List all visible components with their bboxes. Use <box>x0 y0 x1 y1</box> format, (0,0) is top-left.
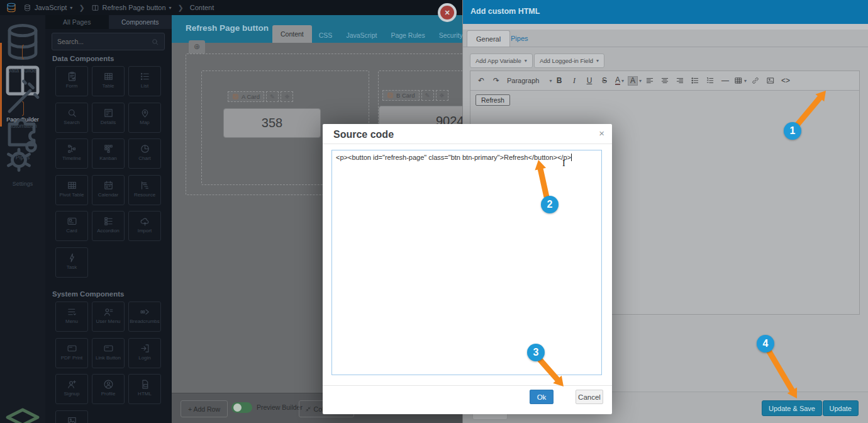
bullet-list-icon[interactable] <box>688 73 702 88</box>
search-input[interactable] <box>52 38 151 45</box>
source-code-textarea[interactable]: <p><button id="refresh-page" class="btn … <box>331 150 602 375</box>
sidebar-item-tadabase[interactable]: Tadabase <box>0 400 45 423</box>
sidebar-item-settings[interactable]: Settings <box>0 133 45 187</box>
annotation-step-1: 1 <box>784 122 801 140</box>
panel-tab-components[interactable]: Components <box>109 15 172 29</box>
card-component-icon <box>232 93 239 100</box>
horizontal-rule-icon[interactable]: — <box>718 73 732 88</box>
refresh-button-preview[interactable]: Refresh <box>476 94 510 106</box>
tadabase-logo-icon[interactable] <box>4 2 18 13</box>
modal-close-icon[interactable]: × <box>599 128 604 138</box>
modal-cancel-button[interactable]: Cancel <box>576 390 603 404</box>
page-title: Refresh Page button <box>186 23 269 33</box>
panel-title: Add custom HTML <box>470 7 540 16</box>
page-tab-content[interactable]: Content <box>272 25 312 43</box>
component-b-label: B Card <box>396 92 415 99</box>
breadcrumb-item-refresh-page-button[interactable]: Refresh Page button▾ <box>91 4 172 12</box>
search-box[interactable] <box>52 33 165 50</box>
link-icon[interactable] <box>748 73 762 88</box>
component-tile-pivot-table[interactable]: Pivot Table <box>55 175 88 205</box>
breadcrumb-separator: ❯ <box>178 4 184 12</box>
component-tile-menu[interactable]: Menu <box>55 302 88 332</box>
close-page-button[interactable]: ✕ <box>438 3 457 22</box>
edit-pencil-icon[interactable]: ✎ <box>421 90 434 101</box>
format-select[interactable]: Paragraph▾ <box>504 73 551 88</box>
component-tile-chart[interactable]: Chart <box>128 138 161 169</box>
align-center-icon[interactable] <box>658 73 672 88</box>
source-code-icon[interactable]: <> <box>779 73 793 88</box>
component-tile-task[interactable]: Task <box>55 247 88 278</box>
settings-gear-icon[interactable] <box>281 91 293 102</box>
breadcrumb-item-content[interactable]: Content <box>190 4 214 11</box>
component-b-handle[interactable]: B Card <box>382 90 420 101</box>
text-color-button[interactable]: A▾ <box>613 73 626 88</box>
divider <box>323 144 612 144</box>
page-tab-security[interactable]: Security <box>432 28 462 43</box>
tab-pipes[interactable]: Pipes <box>502 30 537 46</box>
card-a[interactable]: 358 <box>223 108 321 138</box>
text-cursor: I <box>562 159 565 169</box>
component-tile-form[interactable]: Form <box>55 66 88 96</box>
component-tile-pdf-print[interactable]: PDF Print <box>55 338 88 368</box>
panel-tab-all-pages[interactable]: All Pages <box>45 15 109 29</box>
component-tile-table[interactable]: Table <box>92 66 125 96</box>
component-tile-link-button[interactable]: Link Button <box>92 338 125 368</box>
component-tile-search[interactable]: Search <box>55 103 88 133</box>
page-tab-css[interactable]: CSS <box>312 28 340 43</box>
component-tile-import[interactable]: Import <box>128 211 161 241</box>
logo-icon <box>0 400 45 423</box>
component-tile-list[interactable]: List <box>128 66 161 96</box>
component-tile-signup[interactable]: Signup <box>55 374 88 404</box>
table-icon[interactable]: ▾ <box>733 73 747 88</box>
component-tile-kanban[interactable]: Kanban <box>92 138 125 169</box>
page-tabs: ContentCSSJavaScriptPage RulesSecuritySe… <box>272 21 462 43</box>
add-row-button[interactable]: + Add Row <box>181 400 228 417</box>
update-save-button[interactable]: Update & Save <box>762 400 822 416</box>
settings-gear-icon[interactable] <box>436 90 448 101</box>
component-tile-details[interactable]: Details <box>92 103 125 133</box>
add-app-variable-button[interactable]: Add App Variable▾ <box>470 54 533 68</box>
background-color-button[interactable]: A▾ <box>628 73 642 88</box>
align-left-icon[interactable] <box>643 73 657 88</box>
component-tile-login[interactable]: Login <box>128 338 161 368</box>
component-tile-accordion[interactable]: Accordion <box>92 211 125 241</box>
component-tile-profile[interactable]: Profile <box>92 374 125 404</box>
align-right-icon[interactable] <box>673 73 687 88</box>
update-button[interactable]: Update <box>823 400 859 416</box>
annotation-step-3: 3 <box>527 344 545 361</box>
preview-builder-toggle[interactable] <box>231 402 252 413</box>
chevron-down-icon: ▾ <box>596 58 599 64</box>
page-tab-javascript[interactable]: JavaScript <box>339 28 384 43</box>
numbered-list-icon[interactable] <box>703 73 717 88</box>
component-tile-calendar[interactable]: Calendar <box>92 175 125 205</box>
redo-icon[interactable]: ↷ <box>489 73 503 88</box>
preview-builder-label: Preview Builder <box>257 403 303 411</box>
panel-band <box>463 24 868 30</box>
columns-icon <box>91 4 99 12</box>
undo-icon[interactable]: ↶ <box>474 73 488 88</box>
breadcrumb-item-javascript[interactable]: JavaScript▾ <box>23 4 72 12</box>
strikethrough-button[interactable]: S <box>598 73 611 88</box>
bold-button[interactable]: B <box>552 73 566 88</box>
component-tile-breadcrumbs[interactable]: Breadcrumbs <box>128 302 161 332</box>
component-tile-html[interactable]: HTML <box>128 374 161 404</box>
italic-button[interactable]: I <box>567 73 581 88</box>
component-tile-timeline[interactable]: Timeline <box>55 138 88 169</box>
breadcrumb: JavaScript▾❯Refresh Page button▾❯Content <box>23 4 214 12</box>
component-a-handle[interactable]: A Card <box>228 91 264 102</box>
ok-button[interactable]: Ok <box>530 390 554 404</box>
component-tile-user-menu[interactable]: User Menu <box>92 302 125 332</box>
panel-header: Add custom HTML <box>463 0 868 24</box>
component-tile-image[interactable] <box>55 410 88 423</box>
edit-pencil-icon[interactable]: ✎ <box>266 91 279 102</box>
component-tile-map[interactable]: Map <box>128 103 161 133</box>
chevron-down-icon: ▾ <box>744 78 747 84</box>
component-tile-card[interactable]: Card <box>55 211 88 241</box>
add-logged-in-field-button[interactable]: Add Logged-in Field▾ <box>534 54 604 68</box>
component-tile-resource[interactable]: Resource <box>128 175 161 205</box>
row-settings-tab[interactable]: ⊕ <box>189 40 205 54</box>
page-tab-page-rules[interactable]: Page Rules <box>384 28 431 43</box>
underline-button[interactable]: U <box>582 73 596 88</box>
image-icon[interactable] <box>764 73 777 88</box>
toggle-knob <box>233 403 242 412</box>
